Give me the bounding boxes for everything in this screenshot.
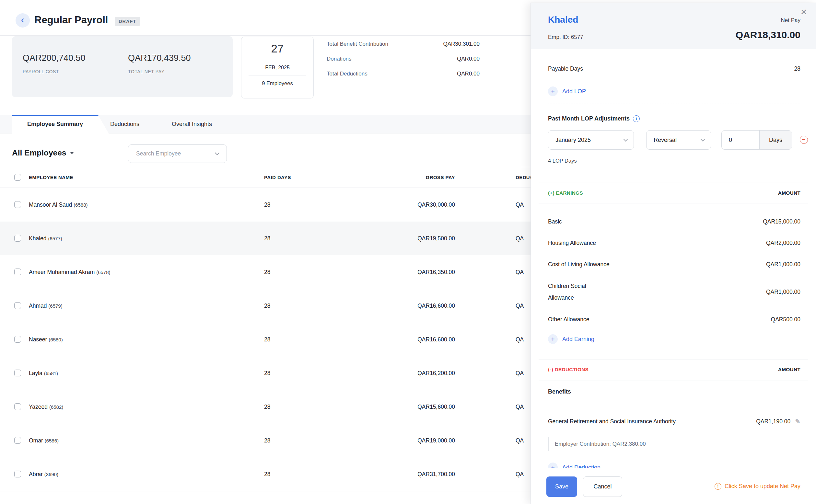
payroll-app: ‹ Regular Payroll DRAFT QAR200,740.50 PA…	[0, 0, 816, 504]
remove-lop-row-icon[interactable]	[800, 136, 808, 144]
column-employee-name: EMPLOYEE NAME	[29, 167, 73, 188]
employee-name: Ahmad	[29, 303, 47, 309]
employee-id: (6579)	[48, 303, 62, 309]
employee-name-cell[interactable]: Ameer Muhammad Akram (6578)	[29, 255, 110, 289]
employee-id: (6582)	[49, 404, 63, 410]
earning-label: Children Social Allowance	[548, 280, 600, 304]
employee-name-cell[interactable]: Layla (6581)	[29, 356, 58, 390]
tab-overall-insights[interactable]: Overall Insights	[172, 115, 212, 133]
paid-days-cell: 28	[264, 356, 270, 390]
lop-type-value: Reversal	[654, 131, 677, 149]
table-header: EMPLOYEE NAME PAID DAYS GROSS PAY DEDUC	[0, 167, 531, 188]
lop-days-input[interactable]: 0	[722, 131, 759, 149]
employee-name-cell[interactable]: Ahmad (6579)	[29, 289, 63, 323]
deductions-cell-clipped: QA	[516, 390, 524, 424]
employee-name-cell[interactable]: Abrar (3690)	[29, 457, 58, 491]
employee-filter-dropdown[interactable]: All Employees	[12, 148, 74, 157]
payroll-cost-stat: QAR200,740.50 PAYROLL COST	[23, 53, 86, 74]
search-employee-input[interactable]	[136, 145, 211, 162]
lop-month-value: January 2025	[556, 131, 591, 149]
section-divider	[539, 360, 808, 360]
earning-row: Housing Allowance QAR2,000.00	[548, 232, 800, 254]
tab-label: Employee Summary	[12, 115, 98, 134]
table-row[interactable]: Yazeed (6582) 28 QAR15,600.00 QA	[0, 390, 531, 424]
employee-id: (6581)	[44, 371, 58, 376]
total-label: Total Benefit Contribution	[327, 41, 388, 47]
lop-adjustments-title: Past Month LOP Adjustments i	[548, 112, 640, 125]
row-checkbox[interactable]	[14, 269, 21, 275]
earning-value: QAR1,000.00	[766, 261, 800, 268]
employee-name-cell[interactable]: Naseer (6580)	[29, 323, 63, 357]
edit-pencil-icon[interactable]: ✎	[795, 418, 800, 425]
add-lop-label: Add LOP	[562, 88, 586, 95]
lop-type-select[interactable]: Reversal	[646, 130, 711, 150]
employer-contribution-note: Employer Contribution: QAR2,380.00	[548, 437, 646, 451]
add-earning-button[interactable]: + Add Earning	[548, 331, 800, 347]
row-checkbox[interactable]	[14, 437, 21, 444]
lop-adjustments-label: Past Month LOP Adjustments	[548, 115, 630, 122]
earning-row: Basic QAR15,000.00	[548, 211, 800, 232]
paid-days-cell: 28	[264, 188, 270, 222]
panel-header: Khaled Net Pay Emp. ID: 6577 QAR18,310.0…	[531, 3, 816, 49]
info-icon[interactable]: i	[633, 115, 640, 122]
lop-days-note: 4 LOP Days	[548, 156, 577, 165]
employee-name-cell[interactable]: Omar (6586)	[29, 424, 59, 458]
total-row: Total Benefit Contribution QAR30,301.00	[327, 37, 480, 52]
lop-month-select[interactable]: January 2025	[548, 130, 634, 150]
payable-days-label: Payable Days	[548, 65, 583, 72]
employee-name-cell[interactable]: Mansoor Al Saud (6588)	[29, 188, 88, 222]
table-row[interactable]: Mansoor Al Saud (6588) 28 QAR30,000.00 Q…	[0, 188, 531, 222]
employee-name: Omar	[29, 437, 43, 444]
table-row[interactable]: Abrar (3690) 28 QAR31,700.00 QA	[0, 457, 531, 491]
paid-days-cell: 28	[264, 424, 270, 457]
employee-name-cell[interactable]: Khaled (6577)	[29, 222, 62, 256]
select-all-checkbox[interactable]	[14, 174, 21, 181]
row-checkbox[interactable]	[14, 201, 21, 208]
earnings-list: Basic QAR15,000.00 Housing Allowance QAR…	[548, 211, 800, 347]
table-row[interactable]: Naseer (6580) 28 QAR16,600.00 QA	[0, 323, 531, 356]
deductions-cell-clipped: QA	[516, 255, 524, 289]
gross-pay-cell: QAR30,000.00	[418, 188, 455, 222]
table-row[interactable]: Omar (6586) 28 QAR19,000.00 QA	[0, 424, 531, 457]
summary-card: QAR200,740.50 PAYROLL COST QAR170,439.50…	[12, 36, 233, 97]
tab-employee-summary[interactable]: Employee Summary	[12, 115, 109, 134]
gross-pay-cell: QAR16,350.00	[418, 255, 455, 289]
cancel-button[interactable]: Cancel	[583, 476, 622, 497]
tab-deductions[interactable]: Deductions	[110, 115, 139, 133]
back-button[interactable]: ‹	[16, 13, 30, 28]
section-divider	[539, 182, 808, 182]
gross-pay-cell: QAR19,500.00	[418, 222, 455, 255]
table-row[interactable]: Ahmad (6579) 28 QAR16,600.00 QA	[0, 289, 531, 323]
table-row[interactable]: Ameer Muhammad Akram (6578) 28 QAR16,350…	[0, 255, 531, 289]
deduction-label: General Retirement and Social Insurance …	[548, 416, 730, 427]
close-icon[interactable]: ×	[800, 6, 807, 17]
row-checkbox[interactable]	[14, 370, 21, 376]
save-button[interactable]: Save	[546, 476, 577, 497]
earnings-title: (+) EARNINGS	[548, 190, 583, 196]
row-checkbox[interactable]	[14, 403, 21, 410]
row-checkbox[interactable]	[14, 336, 21, 343]
earning-row: Children Social Allowance QAR1,000.00	[548, 275, 800, 309]
search-employee-combobox[interactable]	[128, 144, 227, 163]
paid-days-cell: 28	[264, 255, 270, 289]
chevron-down-icon	[215, 151, 219, 155]
employee-name: Yazeed	[29, 404, 48, 410]
plus-icon: +	[548, 334, 558, 344]
panel-employee-name-link[interactable]: Khaled	[548, 15, 578, 25]
gross-pay-cell: QAR16,600.00	[418, 323, 455, 356]
employee-name-cell[interactable]: Yazeed (6582)	[29, 390, 63, 424]
row-checkbox[interactable]	[14, 235, 21, 242]
table-row[interactable]: Khaled (6577) 28 QAR19,500.00 QA	[0, 222, 531, 255]
earning-label: Basic	[548, 218, 562, 225]
add-lop-button[interactable]: + Add LOP	[548, 84, 586, 99]
employee-name: Naseer	[29, 336, 47, 343]
table-row[interactable]: Layla (6581) 28 QAR16,200.00 QA	[0, 356, 531, 390]
row-checkbox[interactable]	[14, 471, 21, 477]
total-row: Total Deductions QAR0.00	[327, 66, 480, 81]
chevron-down-icon	[701, 137, 705, 142]
row-checkbox[interactable]	[14, 302, 21, 309]
pay-date-card: 27 FEB, 2025 9 Employees	[241, 37, 314, 98]
deduction-value: QAR1,190.00	[756, 418, 790, 425]
pay-date-divider	[248, 75, 306, 75]
employee-name: Ameer Muhammad Akram	[29, 269, 95, 275]
